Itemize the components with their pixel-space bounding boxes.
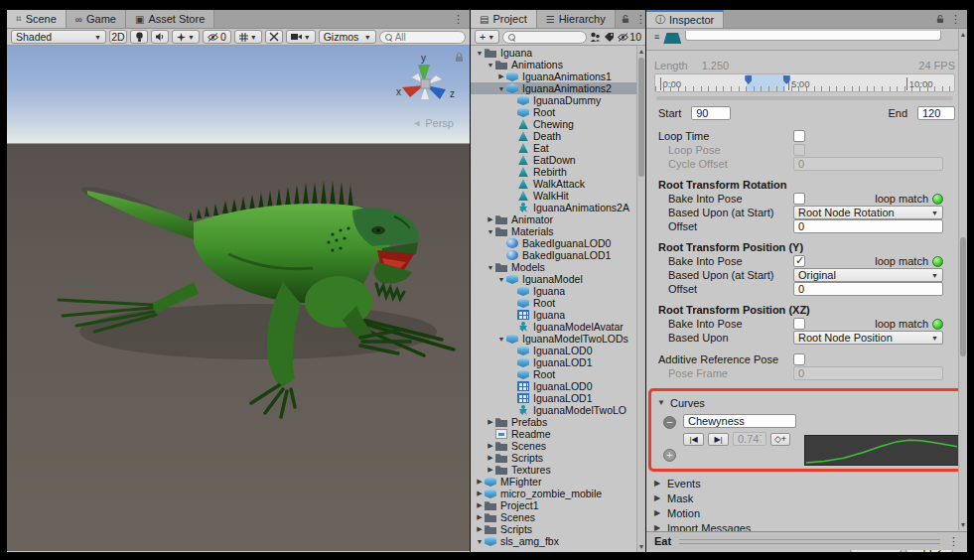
tree-row[interactable]: ▶ Scripts	[471, 523, 645, 535]
tree-row[interactable]: IguanaLOD0	[471, 345, 645, 356]
inspector-scrollbar[interactable]: ▲ ▼	[958, 29, 967, 530]
tree-row[interactable]: Root	[471, 297, 645, 309]
add-key-button[interactable]: ◇+	[770, 433, 790, 446]
tree-row[interactable]: Eat	[471, 142, 645, 154]
preview-drag-handle[interactable]	[679, 539, 940, 544]
tree-row[interactable]: Rebirth	[471, 166, 645, 178]
tree-row[interactable]: ▶ Scenes	[471, 511, 645, 523]
camera-dropdown[interactable]: ▼	[286, 30, 316, 44]
preview-menu-icon[interactable]: ⋮	[948, 536, 959, 547]
lock-icon[interactable]	[622, 14, 629, 24]
loop-time-checkbox[interactable]	[793, 130, 805, 142]
tree-row[interactable]: IguanaAnimations2A	[471, 202, 645, 213]
rotation-offset-field[interactable]	[793, 219, 943, 233]
tree-row[interactable]: ▼ sls_amg_fbx	[471, 535, 645, 547]
curves-foldout[interactable]: ▼ Curves	[657, 395, 952, 410]
foldout-arrow-icon[interactable]: ▶	[475, 525, 485, 533]
tool-settings-button[interactable]	[265, 30, 283, 44]
effects-dropdown[interactable]: ▼	[172, 30, 200, 44]
collab-package-icon[interactable]	[590, 32, 601, 43]
2d-toggle-button[interactable]: 2D	[109, 30, 127, 44]
tree-row[interactable]: ▶ Scenes	[471, 440, 645, 452]
tree-row[interactable]: BakedIguanaLOD0	[471, 237, 645, 249]
tree-row[interactable]: BakedIguanaLOD1	[471, 249, 645, 261]
foldout-arrow-icon[interactable]: ▶	[486, 454, 495, 462]
tree-row[interactable]: ▶ MFighter	[471, 476, 645, 488]
tab-inspector[interactable]: ⓘ Inspector	[646, 10, 724, 28]
inspector-foldout[interactable]: ▶ Motion	[654, 505, 955, 520]
foldout-arrow-icon[interactable]: ▶	[486, 215, 495, 223]
foldout-arrow-icon[interactable]: ▶	[475, 501, 485, 509]
bake-into-pose-checkbox[interactable]	[793, 193, 805, 205]
foldout-arrow-icon[interactable]: ▼	[475, 50, 485, 57]
inspector-menu-icon[interactable]: ⋮	[950, 14, 961, 25]
based-upon-dropdown[interactable]: Original▼	[793, 268, 943, 282]
scroll-down-icon[interactable]: ▼	[959, 521, 967, 528]
start-frame-field[interactable]	[691, 106, 731, 120]
tree-row[interactable]: ▶ Scripts	[471, 452, 645, 464]
foldout-arrow-icon[interactable]: ▼	[486, 228, 495, 235]
scene-menu-icon[interactable]: ⋮	[453, 14, 464, 25]
bake-into-pose-checkbox[interactable]	[793, 318, 805, 330]
scroll-up-icon[interactable]: ▲	[959, 31, 967, 38]
scrollbar-handle[interactable]	[960, 237, 966, 356]
tab-game[interactable]: ∞ Game	[67, 10, 126, 28]
foldout-arrow-icon[interactable]: ▶	[486, 418, 495, 426]
remove-curve-button[interactable]: −	[663, 416, 676, 429]
create-asset-button[interactable]: + ▼	[475, 30, 499, 44]
tree-row[interactable]: IguanaLOD0	[471, 380, 645, 392]
perspective-toggle[interactable]: ◄ Persp	[412, 117, 454, 129]
lock-icon[interactable]	[936, 14, 944, 24]
project-search-input[interactable]	[502, 31, 587, 44]
tab-hierarchy[interactable]: ☰ Hierarchy	[537, 10, 616, 28]
tree-row[interactable]: ▼ Iguana	[471, 47, 645, 59]
position-y-offset-field[interactable]	[793, 282, 943, 296]
audio-toggle-button[interactable]	[151, 30, 169, 44]
curve-name-field[interactable]	[683, 414, 796, 428]
tree-row[interactable]: ▼ Materials	[471, 225, 645, 237]
tree-row[interactable]: IguanaModelAvatar	[471, 321, 645, 333]
tab-scene[interactable]: ⌗ Scene	[7, 10, 67, 28]
tree-row[interactable]: Iguana	[471, 309, 645, 321]
tree-row[interactable]: IguanaLOD1	[471, 392, 645, 404]
tree-row[interactable]: ▶ Prefabs	[471, 416, 645, 428]
foldout-arrow-icon[interactable]: ▼	[496, 336, 506, 343]
tree-row[interactable]: Iguana	[471, 285, 645, 297]
curve-preview[interactable]	[804, 435, 960, 466]
ruler-scrollbar[interactable]	[656, 96, 953, 100]
scrollbar-handle[interactable]	[638, 58, 644, 177]
tree-row[interactable]: ▶ Textures	[471, 464, 645, 476]
foldout-arrow-icon[interactable]: ▼	[475, 538, 485, 545]
foldout-arrow-icon[interactable]: ▶	[486, 466, 495, 474]
scene-visibility-button[interactable]: 0	[203, 30, 231, 44]
inspector-foldout[interactable]: ▶ Events	[654, 476, 955, 490]
next-key-button[interactable]: ▶|	[708, 433, 729, 446]
tree-row[interactable]: ▼ Models	[471, 261, 645, 273]
foldout-arrow-icon[interactable]: ▶	[475, 513, 485, 521]
tree-row[interactable]: ▶ IguanaAnimations1	[471, 70, 645, 82]
tab-project[interactable]: ▤ Project	[471, 10, 537, 28]
tree-row[interactable]: ▶ micro_zombie_mobile	[471, 488, 645, 499]
tree-row[interactable]: ▶ Animator	[471, 213, 645, 225]
foldout-arrow-icon[interactable]: ▼	[496, 276, 506, 283]
foldout-arrow-icon[interactable]: ▶	[486, 442, 495, 450]
tree-row[interactable]: ▼ Animations	[471, 59, 645, 70]
bake-into-pose-checkbox[interactable]	[793, 255, 805, 267]
tree-row[interactable]: Death	[471, 130, 645, 142]
foldout-arrow-icon[interactable]: ▶	[496, 72, 506, 80]
tree-row[interactable]: Root	[471, 368, 645, 380]
tree-row[interactable]: EatDown	[471, 154, 645, 166]
foldout-arrow-icon[interactable]: ▶	[475, 478, 485, 486]
foldout-arrow-icon[interactable]: ▶	[475, 490, 485, 497]
scroll-up-icon[interactable]: ▲	[637, 48, 645, 55]
tree-row[interactable]: IguanaModelTwoLO	[471, 404, 645, 416]
clip-name-field[interactable]	[685, 31, 941, 41]
clip-timeline-ruler[interactable]: 0:00 5:00 10:00	[654, 73, 955, 92]
gizmos-dropdown[interactable]: Gizmos ▼	[319, 30, 376, 44]
add-curve-button[interactable]: +	[663, 449, 676, 462]
prev-key-button[interactable]: |◀	[683, 433, 704, 446]
scene-viewport[interactable]: y x z ◄ Persp	[7, 46, 470, 551]
end-frame-field[interactable]	[917, 106, 955, 120]
tree-row[interactable]: ▼ IguanaModelTwoLODs	[471, 333, 645, 345]
based-upon-dropdown[interactable]: Root Node Rotation▼	[793, 206, 943, 219]
